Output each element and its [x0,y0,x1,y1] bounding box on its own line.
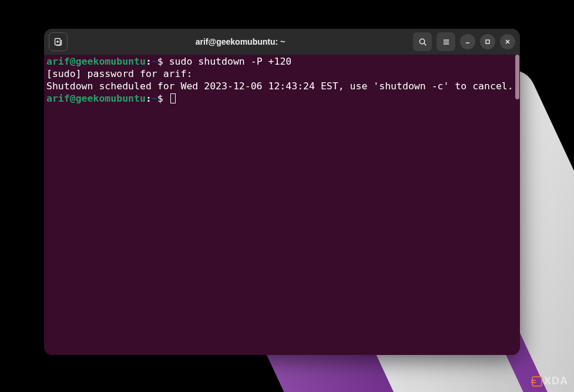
search-icon [418,38,427,46]
new-tab-icon [53,37,63,46]
window-titlebar: arif@geekomubuntu: ~ [44,29,520,55]
terminal-line: [sudo] password for arif: [46,68,516,81]
scrollbar-thumb[interactable] [515,55,519,99]
close-button[interactable] [500,34,515,49]
watermark-icon [532,376,542,387]
watermark: XDA [532,375,568,387]
close-icon [504,38,511,45]
terminal-body[interactable]: arif@geekomubuntu:~$ sudo shutdown -P +1… [44,55,520,355]
watermark-text: XDA [544,375,568,387]
titlebar-controls [413,32,515,51]
window-title: arif@geekomubuntu: ~ [72,37,408,46]
maximize-button[interactable] [480,34,495,49]
prompt-symbol: $ [157,93,169,104]
terminal-line: arif@geekomubuntu:~$ sudo shutdown -P +1… [46,56,516,68]
svg-point-1 [419,39,424,43]
terminal-cursor [170,93,176,103]
output-text: Shutdown scheduled for Wed 2023-12-06 12… [46,81,513,92]
prompt-symbol: $ [157,56,169,67]
maximize-icon [484,38,491,45]
terminal-line: Shutdown scheduled for Wed 2023-12-06 12… [46,81,516,93]
new-tab-button[interactable] [49,32,68,51]
minimize-button[interactable] [460,34,475,49]
prompt-separator: : [146,93,152,104]
prompt-path: ~ [152,93,157,104]
command-text: sudo shutdown -P +120 [169,56,292,67]
prompt-user-host: arif@geekomubuntu [46,56,146,67]
terminal-line: arif@geekomubuntu:~$ [46,93,516,105]
search-button[interactable] [413,32,432,51]
minimize-icon [464,38,471,45]
prompt-path: ~ [152,56,157,67]
svg-rect-2 [486,40,489,43]
output-text: [sudo] password for arif: [46,68,192,79]
hamburger-icon [442,38,451,46]
terminal-window: arif@geekomubuntu: ~ [44,29,520,355]
prompt-user-host: arif@geekomubuntu [46,93,146,104]
menu-button[interactable] [437,32,455,51]
prompt-separator: : [146,56,152,67]
